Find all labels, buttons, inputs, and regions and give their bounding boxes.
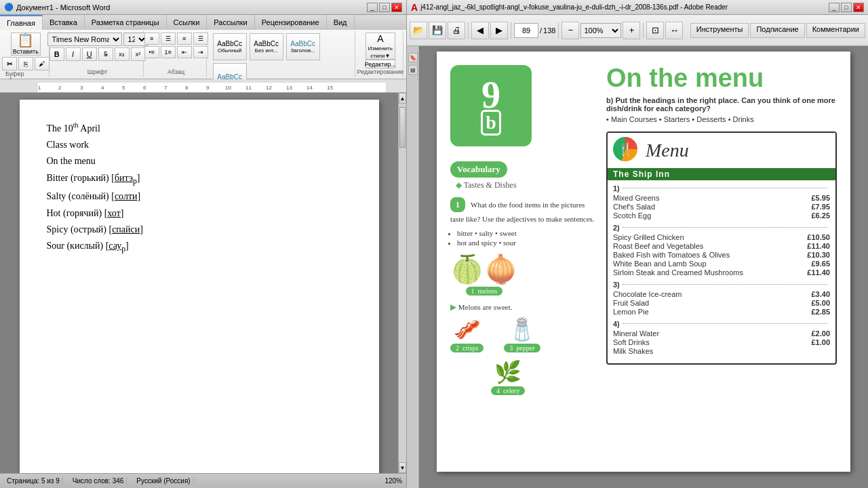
doc-line-6: Hot (горячий) [хот]: [47, 206, 352, 221]
doc-line-8: Sour (кислый) [саур]: [47, 239, 352, 256]
section-4-num: 4): [613, 320, 830, 328]
pdf-zoom-select[interactable]: 100% 75% 125%: [580, 23, 621, 38]
pdf-open-btn[interactable]: 📂: [410, 22, 427, 39]
tab-page-layout[interactable]: Разметка страницы: [85, 15, 167, 30]
word-doc-area[interactable]: The 10th April Class work On the menu Bi…: [0, 93, 398, 473]
tab-view[interactable]: Вид: [327, 15, 355, 30]
pdf-close-btn[interactable]: ✕: [853, 3, 864, 12]
food-pepper: 🧂 3 pepper: [504, 317, 540, 352]
pdf-next-btn[interactable]: ▶: [490, 22, 508, 39]
align-right-btn[interactable]: ≡: [177, 33, 192, 45]
vocab-label: Vocabulary: [450, 161, 507, 178]
strikethrough-btn[interactable]: S̶: [98, 47, 113, 61]
menu-container: 🍴 Menu The Ship Inn: [606, 131, 837, 365]
pdf-content-area[interactable]: 9 b Vocabulary Tastes & Dishes 1 What do…: [419, 46, 868, 488]
cut-btn[interactable]: ✂: [2, 57, 17, 70]
pdf-thumbnail-btn[interactable]: ▤: [408, 65, 418, 75]
pdf-prev-btn[interactable]: ◀: [471, 22, 489, 39]
outdent-btn[interactable]: ⇤: [177, 46, 192, 58]
tab-insert[interactable]: Вставка: [43, 15, 85, 30]
format-painter-btn[interactable]: 🖌: [35, 57, 50, 70]
tab-home[interactable]: Главная: [0, 15, 43, 30]
food-row-1: 🍈🧅 1 melons: [450, 253, 599, 300]
menu-section-2: 2) Spicy Grilled Chicken £10.50 Roast Be…: [613, 224, 830, 277]
italic-btn[interactable]: I: [66, 47, 81, 61]
style-normal-btn[interactable]: AaBbCc Обычный: [213, 33, 247, 60]
scrollbar-thumb[interactable]: [399, 107, 406, 148]
pdf-app-icon: A: [411, 2, 418, 13]
status-lang: Русский (Россия): [134, 477, 193, 485]
edit-btn[interactable]: Редактир...: [366, 60, 395, 68]
section-3-dots: [623, 284, 827, 285]
bold-btn[interactable]: B: [50, 47, 64, 61]
pdf-toolbar-right: Инструменты Подписание Комментарии: [690, 23, 865, 38]
bullets-btn[interactable]: •≡: [144, 46, 159, 58]
section-2-num: 2): [613, 224, 830, 232]
bullet-list: bitter • salty • sweet hot and spicy • s…: [450, 229, 599, 247]
scrollbar-track[interactable]: [399, 104, 406, 462]
word-restore-btn[interactable]: □: [379, 3, 390, 12]
ribbon-tabs: Главная Вставка Разметка страницы Ссылки…: [0, 15, 406, 30]
align-left-btn[interactable]: ≡: [144, 33, 159, 45]
menu-icon: 🍴: [613, 137, 640, 164]
word-scrollbar[interactable]: ▲ ▼: [398, 93, 406, 473]
pdf-print-btn[interactable]: 🖨: [448, 22, 465, 39]
numbering-btn[interactable]: 1≡: [161, 46, 176, 58]
font-family-select[interactable]: Times New Roman: [47, 33, 122, 46]
pdf-tools-btn[interactable]: Инструменты: [690, 23, 749, 38]
tab-references[interactable]: Ссылки: [167, 15, 208, 30]
word-ribbon: Главная Вставка Разметка страницы Ссылки…: [0, 15, 406, 79]
paragraph-label: Абзац: [167, 68, 184, 76]
paste-btn[interactable]: 📋 Вставить: [11, 33, 41, 56]
food-celery-label: 4 celery: [491, 386, 525, 395]
pdf-minimize-btn[interactable]: _: [829, 3, 840, 12]
style-heading1-btn[interactable]: AaBbCc Заголов...: [286, 33, 320, 60]
subscript-btn[interactable]: x₂: [115, 47, 130, 61]
pdf-nav-sidebar: 🔖 ▤: [407, 46, 419, 488]
section-1-num: 1): [613, 184, 830, 192]
ruler-inner: 1 2 3 4 5 6 7 8 9 10 11 12 13 14 15: [38, 83, 386, 92]
style-no-spacing-btn[interactable]: AaBbCc Без инт...: [250, 33, 283, 60]
word-title-bar: 🔵 Документ1 - Microsoft Word _ □ ✕: [0, 0, 406, 15]
scrollbar-down-btn[interactable]: ▼: [399, 462, 406, 473]
word-minimize-btn[interactable]: _: [367, 3, 378, 12]
pdf-restore-btn[interactable]: □: [841, 3, 852, 12]
food-pepper-label: 3 pepper: [504, 344, 540, 352]
pdf-bookmark-btn[interactable]: 🔖: [408, 53, 418, 62]
pdf-content-wrapper: 🔖 ▤ 9 b Vocabulary Tastes: [407, 46, 868, 488]
food-crisps-label: 2 crisps: [450, 344, 484, 352]
bullet-item-2: hot and spicy • sour: [457, 239, 599, 247]
superscript-btn[interactable]: x²: [131, 47, 146, 61]
pdf-total-pages: 138: [543, 26, 555, 35]
menu-title-text: Menu: [646, 140, 689, 161]
tab-mailings[interactable]: Рассылки: [207, 15, 254, 30]
pdf-title: j412-angl_jaz_-6kl_spotlight-angl_v-foku…: [420, 3, 728, 11]
tab-review[interactable]: Рецензирование: [255, 15, 327, 30]
word-doc-wrapper: The 10th April Class work On the menu Bi…: [0, 93, 406, 473]
word-title: Документ1 - Microsoft Word: [16, 3, 110, 12]
ribbon-group-font: Times New Roman 12 B I U S̶ x₂ x² Шрифт: [52, 31, 144, 77]
logo-number: 9: [481, 76, 500, 114]
underline-btn[interactable]: U: [82, 47, 97, 61]
edit-label: Редактирование: [357, 68, 404, 76]
change-styles-btn[interactable]: A Изменить стили▼: [366, 33, 395, 60]
word-close-btn[interactable]: ✕: [391, 3, 402, 12]
exercise-1-text: What do the food items in the pictures t…: [450, 201, 595, 223]
food-row-3: 🌿 4 celery: [450, 359, 599, 399]
pdf-page-input[interactable]: [514, 23, 538, 38]
scrollbar-up-btn[interactable]: ▲: [399, 93, 406, 104]
align-center-btn[interactable]: ☰: [161, 33, 176, 45]
pdf-fit-page-btn[interactable]: ⊡: [646, 22, 664, 39]
pdf-comments-btn[interactable]: Комментарии: [806, 23, 865, 38]
menu-header: 🍴 Menu: [608, 133, 835, 168]
indent-btn[interactable]: ⇥: [193, 46, 208, 58]
pdf-zoom-out-btn[interactable]: −: [561, 22, 579, 39]
tastes-label: Tastes & Dishes: [450, 180, 599, 190]
pdf-zoom-in-btn[interactable]: +: [623, 22, 640, 39]
copy-btn[interactable]: ⎘: [18, 57, 33, 70]
justify-btn[interactable]: ☰: [193, 33, 208, 45]
pdf-save-btn[interactable]: 💾: [429, 22, 446, 39]
pdf-title-bar: A j412-angl_jaz_-6kl_spotlight-angl_v-fo…: [407, 0, 868, 15]
pdf-sign-btn[interactable]: Подписание: [750, 23, 804, 38]
pdf-fit-width-btn[interactable]: ↔: [665, 22, 683, 39]
